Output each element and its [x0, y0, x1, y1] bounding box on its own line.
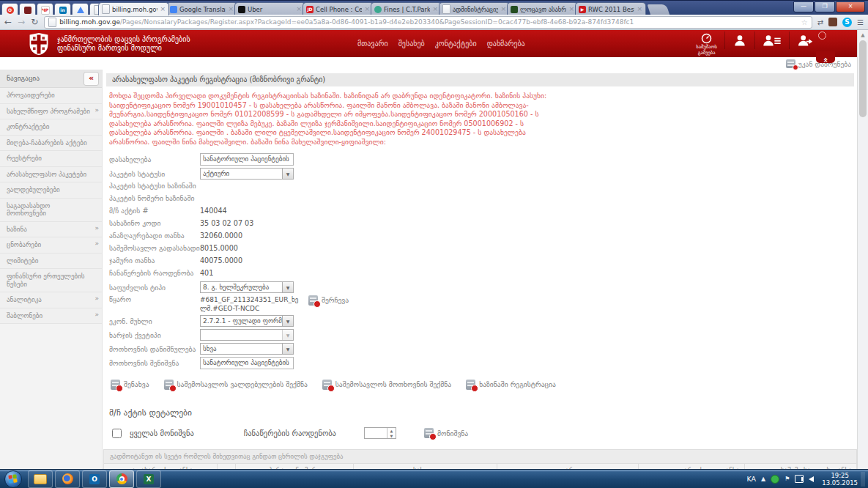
sidebar-item-treasury[interactable]: ხაზინა»: [0, 222, 102, 238]
basis-type-select[interactable]: 8. გ. ხელშეკრულება▼: [200, 281, 294, 293]
create-request-button[interactable]: საშემოსავლოს მოთხოვნის შექმნა: [322, 380, 451, 390]
close-window-button[interactable]: ×: [836, 1, 865, 12]
request-purpose-select[interactable]: სხვა▼: [200, 343, 294, 355]
scrollbar-thumb[interactable]: [859, 40, 867, 117]
close-icon[interactable]: ×: [637, 6, 642, 12]
close-icon[interactable]: ×: [228, 6, 234, 12]
tab-administrative[interactable]: ადმინისტრაციული სამ×: [439, 2, 510, 15]
logout-button[interactable]: [789, 32, 822, 49]
language-indicator[interactable]: KA: [746, 475, 756, 483]
antivirus-icon[interactable]: [771, 475, 779, 484]
create-obligation-button[interactable]: საშემოსავლოს ვალდებულების შექმნა: [164, 380, 308, 390]
request-note-input[interactable]: [200, 357, 294, 369]
save-button[interactable]: შენახვა: [111, 380, 149, 390]
taskbar-outlook-button[interactable]: O: [82, 470, 107, 488]
sidebar-item-limits[interactable]: ლიმიტები: [0, 254, 102, 270]
globe-icon[interactable]: [818, 32, 826, 40]
grid-extension-icon[interactable]: [828, 18, 837, 26]
sidebar-item-registers[interactable]: რეესტრები: [0, 151, 102, 167]
tab-cell-phone[interactable]: JDCell Phone : Cell Phone×: [303, 2, 374, 15]
start-button[interactable]: [4, 470, 22, 488]
chrome-menu-icon[interactable]: ☰: [857, 18, 864, 26]
select-all-checkbox[interactable]: [112, 429, 122, 438]
swap-extension-icon[interactable]: ⇄: [817, 18, 823, 26]
sidebar-item-payment-requests[interactable]: საგადასახდო მოთხოვნები: [0, 199, 102, 222]
user-logout-icon: [797, 33, 815, 48]
site-title-line1: ჯანმრთელობის დაცვის პროგრამების: [57, 35, 190, 44]
address-bar[interactable]: billing.moh.gov.ge /Pages/NonsalaryPacka…: [44, 16, 812, 29]
sidebar-item-references[interactable]: ცნობარები»: [0, 237, 102, 254]
sidebar-item-state-programs[interactable]: სახელმწიფო პროგრამები»: [0, 104, 102, 120]
time-label: 19:25: [822, 472, 858, 479]
sidebar-item-templates[interactable]: შაბლონები»: [0, 308, 102, 325]
form-row-source: წყარო #681_GF_211324351_EUR_ხელმ.#GEO-T-…: [109, 295, 857, 313]
users-list-button[interactable]: [754, 32, 789, 49]
tab-youtube[interactable]: ▶RWC 2011 Best Tries - Y×: [575, 2, 646, 15]
econ-article-select[interactable]: 2.7.2.1 - ფულადი ფორმით▼: [200, 315, 294, 327]
profile-button[interactable]: [724, 32, 754, 49]
taskbar-firefox-button[interactable]: [55, 470, 80, 488]
source-select-button[interactable]: შერჩევა: [308, 295, 349, 306]
clock[interactable]: 19:25 13.05.2015: [822, 472, 865, 487]
col-header-personal[interactable]: პირადი ნომერი: [235, 463, 353, 469]
spinner-arrows-icon[interactable]: ▲▼: [387, 428, 396, 438]
skype-icon[interactable]: S: [842, 18, 852, 27]
page-scrollbar[interactable]: ▲: [857, 30, 868, 469]
tab-ctpark[interactable]: Fines | C.T.Park×: [371, 2, 442, 15]
tab-google-translate[interactable]: Google Translate×: [166, 2, 237, 15]
action-center-flag-icon[interactable]: ⚑: [784, 476, 790, 482]
chevron-down-icon: ▼: [282, 282, 293, 292]
col-header-income[interactable]: საშემოსავლოს თანხა: [744, 463, 856, 469]
col-header-first-name[interactable]: სახელი: [354, 463, 497, 469]
name-input[interactable]: [200, 153, 294, 166]
maximize-button[interactable]: ❐: [815, 1, 835, 12]
close-icon[interactable]: ×: [432, 6, 438, 12]
package-form: დასახელება პაკეტის სტატუსი აქტიური▼ პაკე…: [109, 153, 857, 369]
tab-billing[interactable]: billing.moh.gov.ge/Page×: [98, 2, 169, 15]
sidebar-item-financial-unit-rules[interactable]: ფინანსური ერთეულების წესები: [0, 269, 102, 292]
sidebar-item-nonsalary-packages[interactable]: არასახელფასო პაკეტები: [0, 167, 102, 183]
close-icon[interactable]: ×: [500, 6, 506, 12]
sidebar-collapse-button[interactable]: «: [84, 72, 99, 86]
collapse-header-button[interactable]: «: [816, 51, 835, 63]
sidebar-item-analytics[interactable]: ანალიტიკა»: [0, 292, 102, 308]
minimize-button[interactable]: —: [793, 1, 814, 12]
close-icon[interactable]: ×: [296, 6, 302, 12]
run-job-button[interactable]: სამუშაოს გაშვება: [689, 32, 724, 57]
forward-icon[interactable]: →: [18, 17, 25, 27]
menu-item-help[interactable]: დახმარება: [487, 40, 525, 48]
col-header-last-name[interactable]: გვარი: [497, 463, 638, 469]
scroll-up-icon[interactable]: ▲: [858, 30, 868, 38]
menu-item-about[interactable]: შესახებ: [398, 40, 425, 48]
taskbar-explorer-button[interactable]: [28, 470, 53, 488]
sidebar-item-acceptance-acts[interactable]: მიღება-ჩაბარების აქტები: [0, 136, 102, 152]
close-icon[interactable]: ×: [364, 6, 370, 12]
col-header-accrued[interactable]: დარიცხული თანხა: [638, 463, 744, 469]
reload-icon[interactable]: ↻: [31, 17, 38, 27]
tab-uber[interactable]: Uber×: [234, 2, 305, 15]
chevron-right-icon: »: [94, 311, 99, 319]
menu-item-contacts[interactable]: კონტაქტები: [435, 40, 477, 48]
tab-georgian-site[interactable]: ლოცავთ ასახრეზობა ა×: [507, 2, 578, 15]
taskbar-excel-button[interactable]: X: [136, 470, 161, 488]
menu-item-home[interactable]: მთავარი: [357, 40, 388, 48]
records-count-spinner[interactable]: ▲▼: [364, 427, 396, 439]
back-icon[interactable]: ←: [4, 17, 12, 27]
hidden-icons-arrow[interactable]: ▲: [761, 476, 765, 482]
col-header-filter[interactable]: ▼: [218, 463, 236, 469]
close-icon[interactable]: ×: [160, 6, 166, 12]
sidebar-item-obligations[interactable]: ვალდებულებები: [0, 182, 102, 199]
status-select[interactable]: აქტიური▼: [200, 168, 294, 180]
red-site-icon: [24, 7, 31, 14]
col-header-transfer[interactable]: გადასარიცხი თანხა: [104, 463, 218, 469]
sidebar-item-providers[interactable]: პროვაიდერები: [0, 88, 102, 104]
new-tab-button[interactable]: [648, 4, 670, 15]
mark-button[interactable]: მონიშვნა: [424, 428, 468, 438]
taskbar-chrome-button[interactable]: [109, 470, 134, 488]
form-row-act: მ/ჩ აქტის # 140044: [109, 207, 857, 215]
sidebar-item-contracts[interactable]: კონტრაქტები: [0, 119, 102, 136]
bookmark-star-icon[interactable]: ☆: [801, 18, 808, 26]
close-icon[interactable]: ×: [568, 6, 574, 12]
volume-icon[interactable]: [809, 476, 814, 482]
register-treasury-button[interactable]: ხაზინაში რეგისტრაცია: [466, 380, 556, 390]
